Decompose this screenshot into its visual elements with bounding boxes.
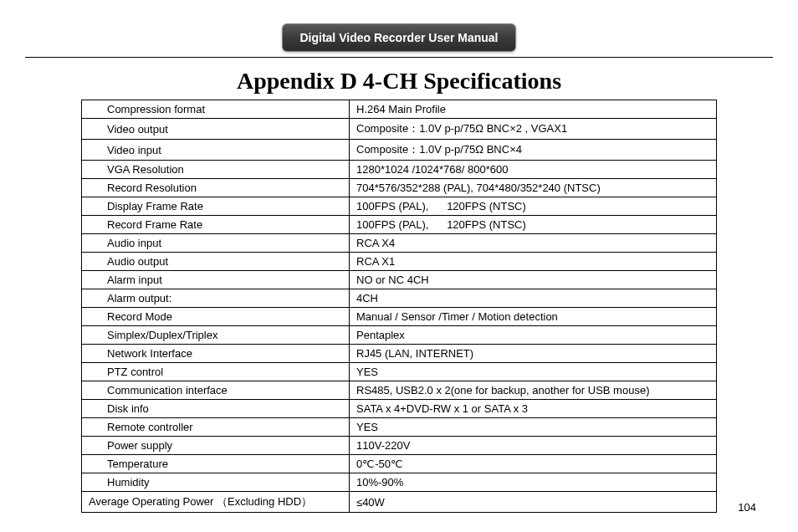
table-row: Record ModeManual / Sensor /Timer / Moti…: [82, 308, 717, 326]
spec-value: H.264 Main Profile: [350, 100, 717, 119]
spec-label: PTZ control: [82, 363, 350, 381]
table-row: Video inputComposite：1.0V p-p/75Ω BNC×4: [82, 140, 717, 161]
table-row: Display Frame Rate100FPS (PAL), 120FPS (…: [82, 197, 717, 216]
table-row: Record Frame Rate100FPS (PAL), 120FPS (N…: [82, 216, 717, 234]
spec-label: Simplex/Duplex/Triplex: [82, 326, 350, 345]
spec-value: ≤40W: [350, 492, 717, 513]
spec-label: Audio output: [82, 253, 350, 271]
table-row: Communication interfaceRS485, USB2.0 x 2…: [82, 381, 717, 400]
spec-value: SATA x 4+DVD-RW x 1 or SATA x 3: [350, 400, 717, 418]
table-row: Humidity10%-90%: [82, 473, 717, 492]
spec-label: Disk info: [82, 400, 350, 418]
spec-value: YES: [350, 418, 717, 437]
table-row: Simplex/Duplex/TriplexPentaplex: [82, 326, 717, 345]
spec-value: 704*576/352*288 (PAL), 704*480/352*240 (…: [350, 179, 717, 197]
spec-label: Video output: [82, 119, 350, 140]
spec-value: 10%-90%: [350, 473, 717, 492]
spec-table: Compression formatH.264 Main ProfileVide…: [81, 100, 717, 513]
spec-value: RCA X4: [350, 234, 717, 253]
table-row: VGA Resolution1280*1024 /1024*768/ 800*6…: [82, 161, 717, 179]
table-row: Alarm inputNO or NC 4CH: [82, 271, 717, 289]
spec-label: VGA Resolution: [82, 161, 350, 179]
spec-value: 4CH: [350, 289, 717, 308]
table-row: Remote controllerYES: [82, 418, 717, 437]
table-row: PTZ controlYES: [82, 363, 717, 381]
header-divider: [25, 57, 773, 58]
spec-label: Record Frame Rate: [82, 216, 350, 234]
table-row: Disk infoSATA x 4+DVD-RW x 1 or SATA x 3: [82, 400, 717, 418]
spec-value: Manual / Sensor /Timer / Motion detectio…: [350, 308, 717, 326]
spec-value: Composite：1.0V p-p/75Ω BNC×2 , VGAX1: [350, 119, 717, 140]
spec-value: Composite：1.0V p-p/75Ω BNC×4: [350, 140, 717, 161]
spec-value: YES: [350, 363, 717, 381]
spec-label: Alarm output:: [82, 289, 350, 308]
page-number: 104: [738, 501, 756, 514]
spec-label: Average Operating Power （Excluding HDD）: [82, 492, 350, 513]
header-badge: Digital Video Recorder User Manual: [282, 23, 515, 52]
table-row: Alarm output:4CH: [82, 289, 717, 308]
spec-value: Pentaplex: [350, 326, 717, 345]
spec-value: 100FPS (PAL), 120FPS (NTSC): [350, 216, 717, 234]
spec-label: Humidity: [82, 473, 350, 492]
spec-value: RJ45 (LAN, INTERNET): [350, 345, 717, 363]
spec-label: Temperature: [82, 455, 350, 473]
table-row: Power supply110V-220V: [82, 437, 717, 455]
table-row: Network InterfaceRJ45 (LAN, INTERNET): [82, 345, 717, 363]
spec-label: Communication interface: [82, 381, 350, 400]
spec-label: Record Resolution: [82, 179, 350, 197]
table-row: Record Resolution704*576/352*288 (PAL), …: [82, 179, 717, 197]
spec-label: Power supply: [82, 437, 350, 455]
spec-value: 1280*1024 /1024*768/ 800*600: [350, 161, 717, 179]
spec-label: Display Frame Rate: [82, 197, 350, 216]
table-row: Audio inputRCA X4: [82, 234, 717, 253]
spec-value: NO or NC 4CH: [350, 271, 717, 289]
spec-value: RCA X1: [350, 253, 717, 271]
spec-value: 100FPS (PAL), 120FPS (NTSC): [350, 197, 717, 216]
spec-value: RS485, USB2.0 x 2(one for backup, anothe…: [350, 381, 717, 400]
spec-label: Record Mode: [82, 308, 350, 326]
spec-value: 0℃-50℃: [350, 455, 717, 473]
spec-label: Network Interface: [82, 345, 350, 363]
table-row: Temperature0℃-50℃: [82, 455, 717, 473]
table-row: Audio outputRCA X1: [82, 253, 717, 271]
table-row: Average Operating Power （Excluding HDD）≤…: [82, 492, 717, 513]
spec-label: Remote controller: [82, 418, 350, 437]
table-row: Video outputComposite：1.0V p-p/75Ω BNC×2…: [82, 119, 717, 140]
page-title: Appendix D 4-CH Specifications: [25, 68, 773, 95]
spec-label: Compression format: [82, 100, 350, 119]
table-row: Compression formatH.264 Main Profile: [82, 100, 717, 119]
spec-label: Alarm input: [82, 271, 350, 289]
spec-value: 110V-220V: [350, 437, 717, 455]
spec-label: Video input: [82, 140, 350, 161]
spec-label: Audio input: [82, 234, 350, 253]
